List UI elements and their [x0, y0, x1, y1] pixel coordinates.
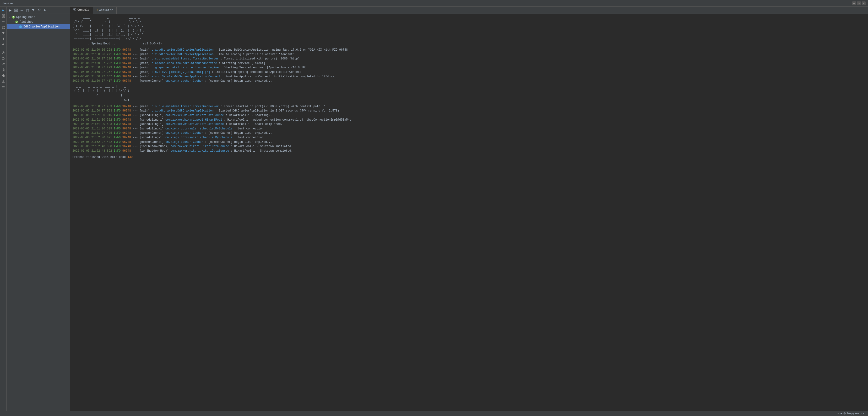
app-icon [19, 25, 23, 29]
log-line: 2022-05-05 21:50:07.292 INFO 96748 --- [… [72, 61, 866, 66]
process-finished-text: Process finished with exit code 130 [72, 155, 133, 159]
services-toolbar: ▶ [7, 7, 70, 14]
svg-rect-15 [14, 9, 16, 10]
svc-group-button[interactable] [25, 8, 30, 13]
svg-rect-14 [2, 88, 4, 89]
svg-point-8 [4, 28, 4, 29]
pin-icon[interactable] [1, 36, 6, 41]
services-tree: ▾ Spring Boot ▾ Finish [7, 14, 70, 411]
log-line: 2022-05-05 21:50:07.993 INFO 96748 --- [… [72, 109, 866, 113]
svg-rect-1 [4, 14, 5, 16]
exit-code: 130 [127, 155, 133, 159]
collapse-all-icon[interactable] [1, 19, 6, 24]
title-bar-controls: — □ ✕ [852, 1, 866, 5]
svc-filter-button[interactable] [31, 8, 36, 13]
import-icon[interactable] [1, 79, 6, 84]
main-container: ▶ [0, 7, 868, 411]
svg-rect-19 [21, 10, 23, 10]
svg-point-9 [3, 52, 4, 53]
spring-boot-version: :: Spring Boot :: (v3.0.0-M2) [72, 41, 866, 46]
svg-point-5 [2, 26, 3, 27]
sidebar-item-finished[interactable]: ▾ Finished [7, 20, 70, 24]
layers-icon[interactable] [1, 84, 6, 90]
wrench-icon[interactable] [1, 62, 6, 67]
refresh-icon[interactable] [1, 56, 6, 61]
svg-rect-2 [2, 16, 3, 18]
tab-actuator-label: Actuator [99, 9, 113, 12]
log-line: 2022-05-05 21:52:48.892 INFO 96748 --- [… [72, 149, 866, 153]
tab-actuator[interactable]: ⚡ Actuator [93, 7, 116, 13]
svc-play-button[interactable]: ▶ [8, 8, 13, 13]
status-text: CSDH @sleepyGear133 [836, 412, 866, 415]
log-line: 2022-05-05 21:51:00.522 INFO 96748 --- [… [72, 118, 866, 122]
title-bar: Services — □ ✕ [0, 0, 868, 7]
actuator-icon: ⚡ [96, 9, 98, 12]
svg-rect-3 [4, 16, 5, 18]
log-line: 2022-05-05 21:50:07.367 INFO 96748 --- [… [72, 70, 866, 74]
svg-rect-16 [16, 9, 18, 10]
console-output[interactable]: . ____ _ __ _ _ /\\ / ___'_ __ _ _(_)_ _… [70, 14, 868, 411]
svg-rect-4 [2, 22, 4, 22]
title-bar-text: Services [2, 2, 13, 5]
spring-boot-label: Spring Boot [16, 15, 35, 19]
log-line: 2022-05-05 21:51:07.425 INFO 96748 --- [… [72, 131, 866, 135]
log-line: 2022-05-05 21:50:06.268 INFO 96748 --- [… [72, 48, 866, 52]
log-line: 2022-05-05 21:52:48.888 INFO 96748 --- [… [72, 144, 866, 149]
log-line: 2022-05-05 21:50:06.271 INFO 96748 --- [… [72, 52, 866, 57]
settings-icon[interactable] [1, 50, 6, 56]
console-icon [73, 8, 76, 12]
svg-rect-27 [73, 8, 76, 10]
log-line: 2022-05-05 21:52:07.432 INFO 96748 --- [… [72, 140, 866, 144]
finished-label: Finished [20, 20, 33, 24]
tab-console[interactable]: Console [70, 7, 93, 13]
sidebar-item-ddtcrawler[interactable]: DdtCrawlerApplication [7, 24, 70, 29]
log-line: 2022-05-05 21:50:07.417 INFO 96748 --- [… [72, 79, 866, 83]
cacher-version: 3.5.1 [72, 98, 866, 102]
log-line: 2022-05-05 21:51:00.589 INFO 96748 --- [… [72, 127, 866, 131]
svg-point-20 [26, 9, 27, 10]
finished-expand-icon: ▾ [11, 20, 15, 24]
svg-rect-17 [14, 10, 16, 12]
log-line: 2022-05-05 21:51:00.016 INFO 96748 --- [… [72, 113, 866, 118]
log-lines-after-container: 2022-05-05 21:50:07.983 INFO 96748 --- [… [72, 104, 866, 153]
svc-add-button[interactable]: + [42, 8, 47, 13]
app-label: DdtCrawlerApplication [24, 25, 60, 28]
cacher-banner: _ _ |_ _ _|_. ___ _ | _ (_(_||_|| _(_|_|… [72, 84, 866, 97]
svg-point-23 [28, 10, 29, 11]
services-panel: ▶ [7, 7, 70, 411]
log-line: 2022-05-05 21:50:07.983 INFO 96748 --- [… [72, 104, 866, 109]
status-bar: CSDH @sleepyGear133 [0, 411, 868, 416]
svg-rect-13 [2, 87, 4, 88]
maximize-button[interactable]: □ [857, 1, 861, 5]
left-toolbar: ▶ [0, 7, 7, 411]
play-icon[interactable]: ▶ [1, 8, 6, 13]
expand-icon: ▾ [8, 15, 11, 19]
svg-point-6 [4, 26, 4, 27]
svg-point-7 [2, 28, 3, 29]
log-line: 2022-05-05 21:51:00.523 INFO 96748 --- [… [72, 122, 866, 127]
svg-rect-10 [2, 69, 5, 71]
svc-expand-button[interactable] [13, 8, 19, 13]
svg-rect-0 [2, 14, 3, 16]
log-line: 2022-05-05 21:50:07.286 INFO 96748 --- [… [72, 57, 866, 61]
process-finished: Process finished with exit code 130 [72, 155, 866, 159]
svg-rect-12 [2, 86, 4, 87]
gear-icon[interactable] [1, 73, 6, 78]
sidebar-item-spring-boot[interactable]: ▾ Spring Boot [7, 15, 70, 20]
log-line: 2022-05-05 21:52:00.091 INFO 96748 --- [… [72, 135, 866, 140]
camera-icon[interactable] [1, 67, 6, 73]
svg-rect-18 [16, 10, 18, 12]
tab-bar: Console ⚡ Actuator [70, 7, 868, 14]
svg-point-21 [28, 9, 29, 10]
spring-boot-version-text: :: Spring Boot :: (v3.0.0-M2) [86, 42, 162, 45]
filter-icon[interactable] [1, 31, 6, 36]
expand-all-icon[interactable] [1, 13, 6, 19]
svc-collapse-button[interactable] [19, 8, 24, 13]
add-services-icon[interactable]: + [1, 42, 6, 47]
content-area: Console ⚡ Actuator . ____ _ __ _ _ /\\ /… [70, 7, 868, 411]
minimize-button[interactable]: — [852, 1, 856, 5]
svc-pin-button[interactable] [36, 8, 41, 13]
group-icon[interactable] [1, 25, 6, 30]
spring-boot-banner: . ____ _ __ _ _ /\\ / ___'_ __ _ _(_)_ _… [72, 15, 866, 41]
close-button[interactable]: ✕ [862, 1, 866, 5]
